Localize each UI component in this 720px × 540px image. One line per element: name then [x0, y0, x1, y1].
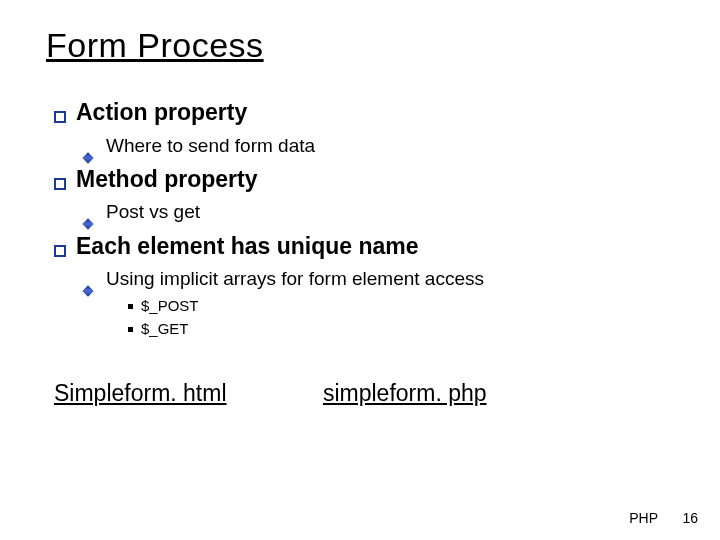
- link-simpleform-php[interactable]: simpleform. php: [323, 380, 487, 407]
- bullet-each: Each element has unique name: [54, 229, 680, 264]
- square-bullet-icon: [54, 111, 66, 123]
- footer-label: PHP: [629, 510, 658, 526]
- square-bullet-icon: [54, 178, 66, 190]
- subbullet-method-postget: Post vs get: [86, 196, 680, 228]
- bullet-text: Where to send form data: [106, 130, 315, 162]
- bullet-text: Each element has unique name: [76, 229, 419, 264]
- bullet-text: Method property: [76, 162, 257, 197]
- subsub-post: $_POST: [128, 295, 680, 318]
- bullet-text: Action property: [76, 95, 247, 130]
- link-simpleform-html[interactable]: Simpleform. html: [54, 380, 227, 407]
- subbullet-action-where: Where to send form data: [86, 130, 680, 162]
- dot-bullet-icon: [128, 304, 133, 309]
- bullet-text: Using implicit arrays for form element a…: [106, 263, 484, 295]
- footer-page-number: 16: [682, 510, 698, 526]
- slide-title: Form Process: [46, 26, 680, 65]
- links-row: Simpleform. html simpleform. php: [54, 380, 680, 407]
- square-bullet-icon: [54, 245, 66, 257]
- bullet-text: Post vs get: [106, 196, 200, 228]
- bullet-method: Method property: [54, 162, 680, 197]
- subbullet-each-implicit: Using implicit arrays for form element a…: [86, 263, 680, 295]
- bullet-text: $_POST: [141, 295, 199, 318]
- subsub-get: $_GET: [128, 318, 680, 341]
- dot-bullet-icon: [128, 327, 133, 332]
- bullet-action: Action property: [54, 95, 680, 130]
- bullet-text: $_GET: [141, 318, 189, 341]
- slide: Form Process Action property Where to se…: [0, 0, 720, 540]
